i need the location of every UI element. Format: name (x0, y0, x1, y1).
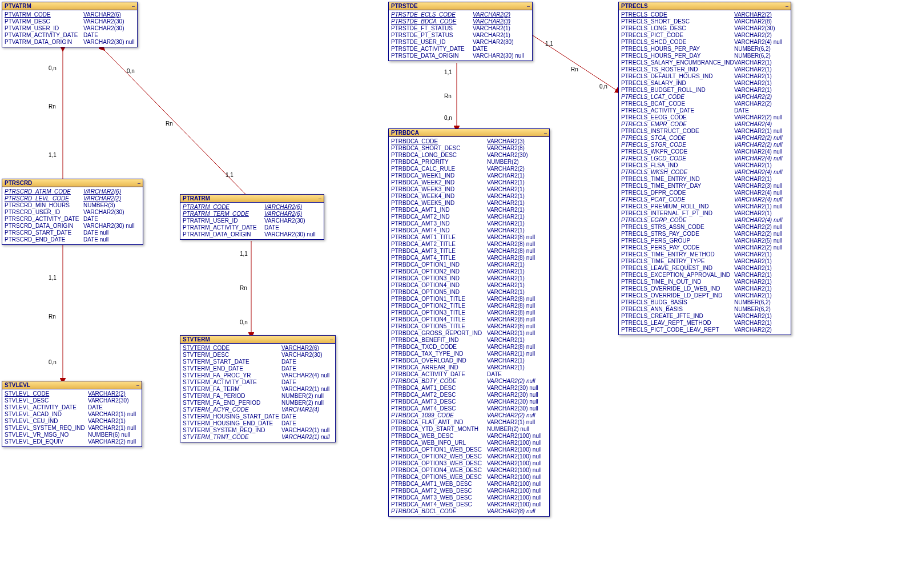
column-row: PTVATRM_ACTIVITY_DATEDATE (5, 32, 135, 39)
column-name: STVTERM_ACYR_CODE (183, 406, 281, 413)
entity-header[interactable]: PTRATRM– (180, 195, 324, 203)
minimize-icon[interactable]: – (330, 337, 333, 343)
column-type: NUMBER(3) (83, 202, 140, 209)
column-name: PTRBDCA_OVERLOAD_IND (391, 357, 487, 364)
column-name: PTRECLS_TIME_ENTRY_DAY (621, 183, 734, 190)
minimize-icon[interactable]: – (138, 180, 140, 186)
column-row: PTRBDCA_OPTION2_TITLEVARCHAR2(8) null (391, 303, 547, 309)
column-type: VARCHAR2(1) (487, 227, 547, 234)
column-name: PTRECLS_STGR_CODE (621, 142, 734, 148)
minimize-icon[interactable]: – (136, 382, 139, 388)
column-row: PTRECLS_SHORT_DESCVARCHAR2(8) (621, 18, 788, 25)
column-name: PTRECLS_PERS_GROUP (621, 237, 734, 244)
cardinality-label: 0,n (240, 319, 248, 325)
column-type: VARCHAR2(1) null (281, 386, 333, 393)
column-type: VARCHAR2(1) (734, 59, 788, 66)
entity-body: PTVATRM_CODEVARCHAR2(6)PTVATRM_DESCVARCH… (2, 10, 137, 47)
column-type: VARCHAR2(1) (487, 179, 547, 186)
entity-stvterm[interactable]: STVTERM–STVTERM_CODEVARCHAR2(6)STVTERM_D… (180, 335, 336, 442)
column-row: PTRSTDE_FT_STATUSVARCHAR2(1) (391, 25, 530, 32)
column-row: PTRECLS_OVERRIDE_LD_DEPT_INDVARCHAR2(1) (621, 292, 788, 299)
relationship-line (103, 49, 245, 194)
entity-header[interactable]: PTRECLS– (619, 2, 791, 10)
column-row: PTRATRM_CODEVARCHAR2(6) (183, 204, 321, 211)
column-row: STVLEVL_ACTIVITY_DATEDATE (5, 404, 139, 411)
entity-ptrscrd[interactable]: PTRSCRD–PTRSCRD_ATRM_CODEVARCHAR2(6)PTRS… (2, 179, 143, 245)
column-row: PTRBDCA_AMT4_TITLEVARCHAR2(8) null (391, 255, 547, 261)
column-name: PTRECLS_INTERNAL_FT_PT_IND (621, 210, 734, 217)
column-type: VARCHAR2(30) null (487, 385, 547, 392)
column-type: VARCHAR2(2) (83, 195, 140, 202)
column-type: VARCHAR2(30) (264, 218, 321, 224)
column-row: PTRBDCA_AMT2_INDVARCHAR2(1) (391, 214, 547, 220)
column-type: VARCHAR2(4) null (734, 39, 788, 46)
entity-ptrbdca[interactable]: PTRBDCA–PTRBDCA_CODEVARCHAR2(3)PTRBDCA_S… (388, 128, 550, 517)
column-type: VARCHAR2(1) (487, 261, 547, 268)
cardinality-label: 0,n (127, 68, 135, 74)
column-type: NUMBER(6,2) (734, 46, 788, 53)
column-type: VARCHAR2(30) null (264, 231, 321, 238)
column-row: PTRBDCA_AMT4_INDVARCHAR2(1) (391, 227, 547, 234)
minimize-icon[interactable]: – (527, 3, 530, 9)
column-type: VARCHAR2(1) null (734, 203, 788, 210)
entity-body: PTRBDCA_CODEVARCHAR2(3)PTRBDCA_SHORT_DES… (389, 137, 549, 516)
entity-header[interactable]: PTVATRM– (2, 2, 137, 10)
column-type: VARCHAR2(4) (734, 121, 788, 128)
column-row: PTRECLS_PERS_PAY_CODEVARCHAR2(2) null (621, 244, 788, 251)
cardinality-label: 1,1 (545, 41, 553, 47)
entity-stvlevl[interactable]: STVLEVL–STVLEVL_CODEVARCHAR2(2)STVLEVL_D… (2, 381, 142, 447)
minimize-icon[interactable]: – (319, 196, 321, 202)
entity-header[interactable]: STVLEVL– (2, 381, 142, 389)
column-row: PTRECLS_ANN_BASISNUMBER(6,2) (621, 306, 788, 313)
entity-body: PTRATRM_CODEVARCHAR2(6)PTRATRM_TERM_CODE… (180, 203, 324, 239)
cardinality-label: Rn (49, 313, 56, 320)
minimize-icon[interactable]: – (786, 3, 788, 9)
column-name: STVTERM_FA_END_PERIOD (183, 400, 281, 406)
minimize-icon[interactable]: – (544, 130, 547, 136)
column-type: VARCHAR2(1) (734, 279, 788, 285)
column-type: DATE (83, 32, 135, 39)
column-row: PTRBDCA_OPTION3_INDVARCHAR2(1) (391, 275, 547, 282)
column-type: VARCHAR2(8) null (487, 323, 547, 330)
column-name: PTRECLS_TIME_ENTRY_IND (621, 176, 734, 183)
entity-header[interactable]: PTRBDCA– (389, 129, 549, 137)
column-row: STVLEVL_VR_MSG_NONUMBER(6) null (5, 432, 139, 438)
column-type: VARCHAR2(30) (83, 209, 140, 216)
column-name: PTRECLS_LONG_DESC (621, 25, 734, 32)
entity-header[interactable]: PTRSTDE– (389, 2, 532, 10)
column-row: PTRECLS_TIME_ENTRY_INDVARCHAR2(1) (621, 176, 788, 183)
column-row: PTRBDCA_SHORT_DESCVARCHAR2(8) (391, 145, 547, 152)
column-row: PTRECLS_STRS_PAY_CODEVARCHAR2(2) null (621, 231, 788, 237)
column-name: STVLEVL_CEU_IND (5, 418, 88, 425)
column-type: VARCHAR2(30) (473, 39, 530, 46)
cardinality-label: Rn (240, 285, 247, 291)
entity-body: PTRSTDE_ECLS_CODEVARCHAR2(2)PTRSTDE_BDCA… (389, 10, 532, 61)
column-row: STVTERM_START_DATEDATE (183, 359, 333, 365)
cardinality-label: 0,n (49, 359, 57, 365)
column-name: STVLEVL_EDI_EQUIV (5, 438, 88, 445)
entity-ptratrm[interactable]: PTRATRM–PTRATRM_CODEVARCHAR2(6)PTRATRM_T… (180, 194, 324, 240)
entity-ptrstde[interactable]: PTRSTDE–PTRSTDE_ECLS_CODEVARCHAR2(2)PTRS… (388, 2, 533, 61)
column-type: VARCHAR2(1) (734, 73, 788, 80)
column-row: STVTERM_HOUSING_END_DATEDATE (183, 420, 333, 427)
entity-header[interactable]: STVTERM– (180, 336, 335, 344)
column-name: PTRECLS_HOURS_PER_DAY (621, 53, 734, 59)
column-row: PTRECLS_EXCEPTION_APPROVAL_INDVARCHAR2(1… (621, 272, 788, 279)
entity-header[interactable]: PTRSCRD– (2, 179, 143, 187)
column-row: PTRECLS_INTERNAL_FT_PT_INDVARCHAR2(1) (621, 210, 788, 217)
column-row: PTRECLS_BCAT_CODEVARCHAR2(2) (621, 100, 788, 107)
column-type: VARCHAR2(30) (83, 18, 135, 25)
minimize-icon[interactable]: – (132, 3, 135, 9)
cardinality-label: Rn (49, 103, 56, 110)
entity-ptvatrm[interactable]: PTVATRM–PTVATRM_CODEVARCHAR2(6)PTVATRM_D… (2, 2, 138, 47)
cardinality-label: Rn (571, 66, 578, 73)
entity-ptrecls[interactable]: PTRECLS–PTRECLS_CODEVARCHAR2(2)PTRECLS_S… (618, 2, 791, 335)
column-row: PTRECLS_WKPR_CODEVARCHAR2(4) null (621, 148, 788, 155)
column-row: STVTERM_ACTIVITY_DATEDATE (183, 379, 333, 386)
column-name: PTRBDCA_BDCL_CODE (391, 508, 487, 515)
column-row: PTRATRM_TERM_CODEVARCHAR2(6) (183, 211, 321, 218)
column-name: PTRBDCA_AMT3_DESC (391, 398, 487, 405)
column-name: PTRECLS_SHCD_CODE (621, 39, 734, 46)
column-row: PTRBDCA_OVERLOAD_INDVARCHAR2(1) (391, 357, 547, 364)
column-row: PTRECLS_STRS_ASSN_CODEVARCHAR2(2) null (621, 224, 788, 231)
